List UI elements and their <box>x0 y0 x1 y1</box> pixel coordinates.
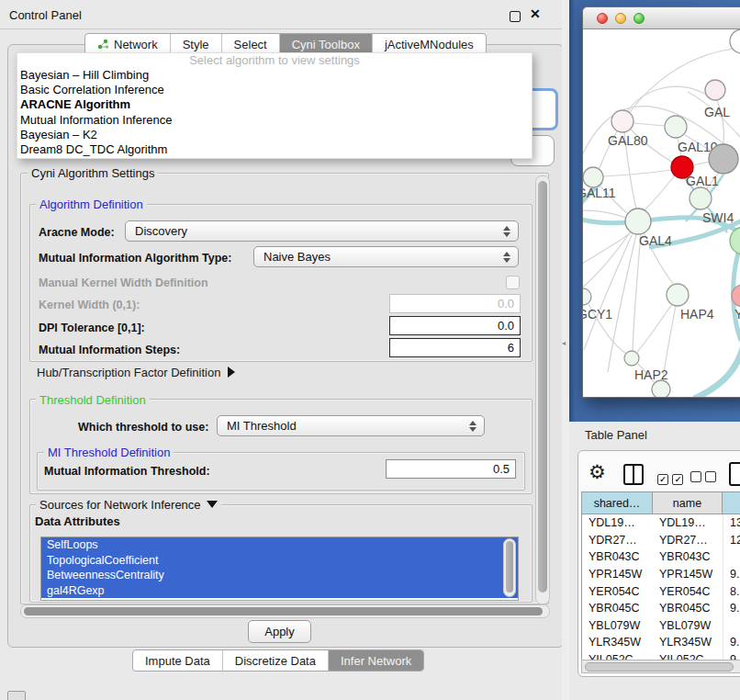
mi-threshold-label: Mutual Information Threshold: <box>44 465 210 478</box>
corner-widget[interactable] <box>7 691 26 700</box>
table-body: YDL19…YDL19…13YDR27…YDR27…12YBR043CYBR04… <box>582 514 740 660</box>
dpi-tolerance-field[interactable]: 0.0 <box>389 316 521 335</box>
table-cell: YPR145W <box>653 566 723 583</box>
zoom-traffic-light[interactable] <box>633 13 645 24</box>
table-cell: 8. <box>723 582 740 600</box>
tab-style[interactable]: Style <box>171 34 222 54</box>
node-gal1-label: GAL1 <box>686 174 719 188</box>
node-hap4[interactable] <box>667 284 689 306</box>
attribute-item-topologicalcoefficient[interactable]: TopologicalCoefficient <box>41 553 518 569</box>
mi-type-combobox[interactable]: Naive Bayes <box>253 246 519 267</box>
algorithm-option-basic-correlation-inference[interactable]: Basic Correlation Inference <box>17 83 532 97</box>
panel-splitter[interactable] <box>562 0 569 700</box>
network-icon <box>97 39 109 50</box>
table-cell: YBR045C <box>653 600 723 617</box>
table-row[interactable]: YLR345WYLR345W9. <box>582 634 740 651</box>
aracne-mode-combobox[interactable]: Discovery <box>125 220 519 242</box>
table-cell: YLR345W <box>653 634 723 651</box>
control-panel-title: Control Panel <box>9 8 82 22</box>
algorithm-dropdown-popup: Select algorithm to view settings Bayesi… <box>17 52 533 159</box>
node-pink-right-label: Y <box>734 307 740 322</box>
network-window-titlebar[interactable] <box>583 7 740 29</box>
close-traffic-light[interactable] <box>597 13 608 24</box>
tab-discretize-data[interactable]: Discretize Data <box>223 650 329 671</box>
table-row[interactable]: YBL079WYBL079W <box>582 617 740 635</box>
table-row[interactable]: YPR145WYPR145W9. <box>582 566 740 583</box>
attribute-item-selfloops[interactable]: SelfLoops <box>41 537 518 553</box>
column-header-name[interactable]: name <box>653 492 723 514</box>
algorithm-option-mutual-information-inference[interactable]: Mutual Information Inference <box>17 113 532 128</box>
cyni-settings-title: Cyni Algorithm Settings <box>28 166 158 180</box>
node-gal4[interactable] <box>625 209 651 234</box>
node-gray[interactable] <box>709 144 738 174</box>
column-header-shared[interactable]: shared… <box>582 492 653 514</box>
node-gal[interactable] <box>705 80 725 100</box>
which-threshold-combobox[interactable]: MI Threshold <box>217 415 485 436</box>
columns-icon[interactable] <box>623 464 644 485</box>
node-gal11[interactable] <box>583 167 603 187</box>
float-window-icon[interactable] <box>510 11 521 22</box>
node-swi4[interactable] <box>690 187 712 209</box>
manual-kernel-checkbox[interactable] <box>506 276 520 289</box>
algorithm-option-aracne-algorithm[interactable]: ARACNE Algorithm <box>17 97 532 112</box>
attributes-scrollbar[interactable] <box>503 538 516 597</box>
table-row[interactable]: YBR043CYBR043C <box>582 548 740 566</box>
settings-vertical-scrollbar[interactable] <box>535 175 550 604</box>
settings-horizontal-scrollbar[interactable] <box>20 604 550 618</box>
tab-select[interactable]: Select <box>222 34 280 54</box>
mi-steps-field[interactable]: 6 <box>389 338 521 357</box>
algorithm-option-bayesian-k2[interactable]: Bayesian – K2 <box>17 128 532 142</box>
mi-steps-label: Mutual Information Steps: <box>39 344 180 356</box>
sources-toggle[interactable]: Sources for Network Inference <box>36 498 221 512</box>
node-hap2[interactable] <box>624 351 639 366</box>
node-gal10[interactable] <box>665 116 687 138</box>
table-horizontal-scrollbar[interactable] <box>581 660 740 673</box>
node-gal-label: GAL <box>704 105 730 119</box>
table-cell: YER054C <box>653 582 723 600</box>
algorithm-option-dream8-dc-tdc-algorithm[interactable]: Dream8 DC_TDC Algorithm <box>17 142 532 157</box>
table-cell: 13 <box>723 514 740 532</box>
tab-cyni-toolbox[interactable]: Cyni Toolbox <box>280 34 373 54</box>
network-view[interactable]: GALGAL80GAL10GAL1GAL11SWI4GAL4GCY1HAP4YH… <box>583 29 740 397</box>
tab-network[interactable]: Network <box>85 34 171 54</box>
node-gal80[interactable] <box>611 110 633 132</box>
data-attributes-label: Data Attributes <box>35 514 120 528</box>
tab-infer-network[interactable]: Infer Network <box>329 650 423 671</box>
column-header-2[interactable] <box>723 492 740 514</box>
node-swi4-label: SWI4 <box>702 210 734 225</box>
mi-threshold-field[interactable]: 0.5 <box>386 459 516 479</box>
attribute-item-betweennesscentrality[interactable]: BetweennessCentrality <box>41 568 518 583</box>
table-header-row: shared…name <box>582 492 740 514</box>
close-icon[interactable]: ✕ <box>530 6 541 21</box>
algorithm-definition-title: Algorithm Definition <box>36 198 147 211</box>
tab-impute-data[interactable]: Impute Data <box>133 650 223 671</box>
apply-button[interactable]: Apply <box>248 620 311 643</box>
hub-definition-toggle[interactable]: Hub/Transcription Factor Definition <box>37 366 235 379</box>
node-gcy1[interactable] <box>583 288 591 305</box>
table-row[interactable]: YER054CYER054C8. <box>582 582 740 600</box>
table-cell: YBL079W <box>582 617 653 635</box>
table-row[interactable]: YDL19…YDL19…13 <box>582 514 740 532</box>
node-table: shared…name YDL19…YDL19…13YDR27…YDR27…12… <box>581 491 740 660</box>
gear-icon[interactable]: ⚙ <box>589 462 606 481</box>
table-cell: YBR043C <box>653 548 723 566</box>
table-row[interactable]: YDR27…YDR27…12 <box>582 532 740 549</box>
algorithm-popup-placeholder: Select algorithm to view settings <box>17 53 532 68</box>
table-row[interactable]: YBR045CYBR045C9. <box>582 600 740 617</box>
deselect-all-columns-icon[interactable] <box>690 469 716 486</box>
attribute-item-gal4rgexp[interactable]: gal4RGexp <box>41 583 518 599</box>
export-table-icon[interactable] <box>729 462 740 486</box>
which-threshold-value: MI Threshold <box>227 419 297 433</box>
table-cell: YDL19… <box>582 514 653 532</box>
kernel-width-field[interactable]: 0.0 <box>389 294 521 313</box>
tab-jactivemnodules[interactable]: jActiveMNodules <box>373 34 486 54</box>
manual-kernel-label: Manual Kernel Width Definition <box>39 277 208 289</box>
select-all-columns-icon[interactable]: ✓ ✓ <box>657 469 683 486</box>
algorithm-option-bayesian-hill-climbing[interactable]: Bayesian – Hill Climbing <box>17 68 532 83</box>
node-unlabeled-bottom[interactable] <box>652 380 670 397</box>
splitter-arrow-icon[interactable]: ◂ <box>562 339 566 347</box>
node-hap4-label: HAP4 <box>680 307 714 322</box>
node-green-big[interactable] <box>730 227 740 254</box>
minimize-traffic-light[interactable] <box>615 13 626 24</box>
node-unlabeled-top[interactable] <box>730 29 740 53</box>
